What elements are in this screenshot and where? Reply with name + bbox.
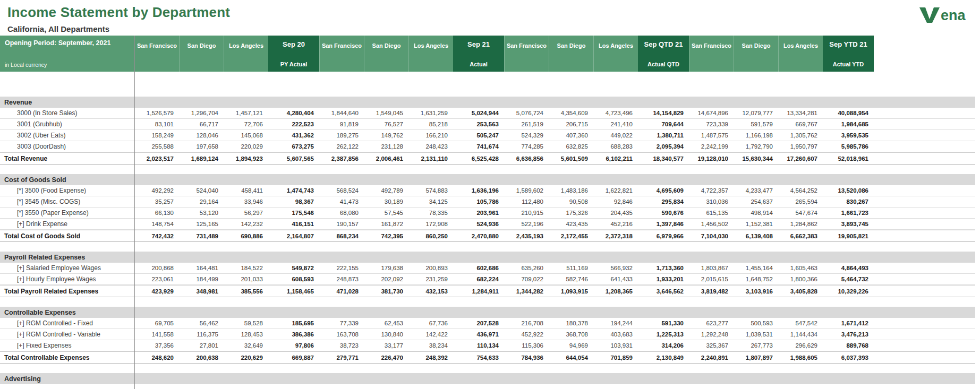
value-cell[interactable]: 492,789 xyxy=(364,187,408,194)
total-value-cell[interactable]: 5,985,786 xyxy=(823,143,874,150)
total-value-cell[interactable]: 203,961 xyxy=(453,210,504,216)
value-cell[interactable]: 500,593 xyxy=(734,320,778,326)
row-label[interactable]: [+] RGM Controlled - Fixed xyxy=(0,319,134,327)
value-cell[interactable]: 4,233,477 xyxy=(734,187,778,194)
value-cell[interactable]: 1,166,198 xyxy=(734,132,778,139)
value-cell[interactable]: 83,101 xyxy=(134,121,179,127)
total-value-cell[interactable]: 10,329,226 xyxy=(823,288,874,295)
value-cell[interactable]: 3,819,482 xyxy=(689,288,734,295)
total-value-cell[interactable]: 2,130,849 xyxy=(638,355,689,361)
value-cell[interactable]: 2,023,517 xyxy=(134,155,179,162)
total-value-cell[interactable]: 436,971 xyxy=(453,331,504,338)
value-cell[interactable]: 784,936 xyxy=(504,355,549,361)
value-cell[interactable]: 166,210 xyxy=(408,132,453,139)
value-cell[interactable]: 15,630,344 xyxy=(734,155,778,162)
total-value-cell[interactable]: 97,806 xyxy=(268,342,319,349)
row-label[interactable]: [*] 3550 (Paper Expense) xyxy=(0,209,134,217)
total-value-cell[interactable]: 1,158,465 xyxy=(268,288,319,295)
value-cell[interactable]: 12,079,777 xyxy=(734,110,778,116)
value-cell[interactable]: 161,872 xyxy=(364,221,408,227)
total-value-cell[interactable]: 505,247 xyxy=(453,132,504,139)
value-cell[interactable]: 69,705 xyxy=(134,320,179,326)
total-value-cell[interactable]: 4,695,609 xyxy=(638,187,689,194)
value-cell[interactable]: 2,240,891 xyxy=(689,355,734,361)
value-cell[interactable]: 6,662,383 xyxy=(778,233,823,239)
row-label[interactable]: Total Payroll Related Expenses xyxy=(0,288,134,295)
value-cell[interactable]: 1,455,164 xyxy=(734,265,778,271)
value-cell[interactable]: 574,883 xyxy=(408,187,453,194)
value-cell[interactable]: 78,335 xyxy=(408,210,453,216)
value-cell[interactable]: 7,104,030 xyxy=(689,233,734,239)
value-cell[interactable]: 1,487,575 xyxy=(689,132,734,139)
value-cell[interactable]: 690,886 xyxy=(224,233,268,239)
total-value-cell[interactable]: 4,864,493 xyxy=(823,265,874,271)
total-value-cell[interactable]: 431,362 xyxy=(268,132,319,139)
value-cell[interactable]: 4,354,609 xyxy=(549,110,593,116)
total-value-cell[interactable]: 1,984,685 xyxy=(823,121,874,127)
value-cell[interactable]: 368,708 xyxy=(549,331,593,338)
value-cell[interactable]: 248,392 xyxy=(408,355,453,361)
value-cell[interactable]: 56,297 xyxy=(224,210,268,216)
value-cell[interactable]: 2,006,461 xyxy=(364,155,408,162)
total-value-cell[interactable]: 669,887 xyxy=(268,355,319,361)
row-label[interactable]: [+] RGM Controlled - Variable xyxy=(0,331,134,338)
value-cell[interactable]: 1,803,867 xyxy=(689,265,734,271)
value-cell[interactable]: 141,558 xyxy=(134,331,179,338)
total-value-cell[interactable]: 416,151 xyxy=(268,221,319,227)
value-cell[interactable]: 524,040 xyxy=(179,187,224,194)
total-value-cell[interactable]: 5,024,944 xyxy=(453,110,504,116)
value-cell[interactable]: 267,773 xyxy=(734,342,778,349)
value-cell[interactable]: 524,329 xyxy=(504,132,549,139)
value-cell[interactable]: 310,036 xyxy=(689,198,734,205)
value-cell[interactable]: 348,981 xyxy=(179,288,224,295)
value-cell[interactable]: 1,950,797 xyxy=(778,143,823,150)
total-value-cell[interactable]: 709,644 xyxy=(638,121,689,127)
total-value-cell[interactable]: 185,695 xyxy=(268,320,319,326)
value-cell[interactable]: 641,433 xyxy=(593,276,638,282)
value-cell[interactable]: 591,579 xyxy=(734,121,778,127)
total-value-cell[interactable]: 14,154,829 xyxy=(638,110,689,116)
value-cell[interactable]: 1,039,531 xyxy=(734,331,778,338)
value-cell[interactable]: 522,196 xyxy=(504,221,549,227)
total-value-cell[interactable]: 1,397,846 xyxy=(638,221,689,227)
value-cell[interactable]: 128,046 xyxy=(179,132,224,139)
total-value-cell[interactable]: 40,088,954 xyxy=(823,110,874,116)
value-cell[interactable]: 200,638 xyxy=(179,355,224,361)
value-cell[interactable]: 3,103,916 xyxy=(734,288,778,295)
value-cell[interactable]: 723,339 xyxy=(689,121,734,127)
total-value-cell[interactable]: 549,872 xyxy=(268,265,319,271)
total-value-cell[interactable]: 314,206 xyxy=(638,342,689,349)
value-cell[interactable]: 201,033 xyxy=(224,276,268,282)
total-value-cell[interactable]: 591,330 xyxy=(638,320,689,326)
row-label[interactable]: 3000 (In Store Sales) xyxy=(0,109,134,117)
value-cell[interactable]: 1,792,790 xyxy=(734,143,778,150)
value-cell[interactable]: 254,637 xyxy=(734,198,778,205)
value-cell[interactable]: 582,746 xyxy=(549,276,593,282)
row-label[interactable]: [+] Hourly Employee Wages xyxy=(0,275,134,283)
value-cell[interactable]: 200,868 xyxy=(134,265,179,271)
value-cell[interactable]: 1,093,915 xyxy=(549,288,593,295)
row-label[interactable]: [+] Fixed Expenses xyxy=(0,342,134,349)
total-value-cell[interactable]: 253,563 xyxy=(453,121,504,127)
value-cell[interactable]: 2,242,199 xyxy=(689,143,734,150)
total-value-cell[interactable]: 1,225,313 xyxy=(638,331,689,338)
value-cell[interactable]: 1,305,762 xyxy=(778,132,823,139)
value-cell[interactable]: 112,480 xyxy=(504,198,549,205)
value-cell[interactable]: 222,155 xyxy=(319,265,364,271)
total-value-cell[interactable]: 386,386 xyxy=(268,331,319,338)
value-cell[interactable]: 216,708 xyxy=(504,320,549,326)
total-value-cell[interactable]: 741,674 xyxy=(453,143,504,150)
value-cell[interactable]: 632,825 xyxy=(549,143,593,150)
value-cell[interactable]: 204,435 xyxy=(593,210,638,216)
value-cell[interactable]: 200,893 xyxy=(408,265,453,271)
value-cell[interactable]: 265,594 xyxy=(778,198,823,205)
value-cell[interactable]: 1,526,579 xyxy=(134,110,179,116)
value-cell[interactable]: 403,683 xyxy=(593,331,638,338)
value-cell[interactable]: 1,284,862 xyxy=(778,221,823,227)
value-cell[interactable]: 452,922 xyxy=(504,331,549,338)
value-cell[interactable]: 547,674 xyxy=(778,210,823,216)
total-value-cell[interactable]: 2,095,394 xyxy=(638,143,689,150)
total-value-cell[interactable]: 5,607,565 xyxy=(268,155,319,162)
value-cell[interactable]: 471,028 xyxy=(319,288,364,295)
value-cell[interactable]: 5,601,509 xyxy=(549,155,593,162)
